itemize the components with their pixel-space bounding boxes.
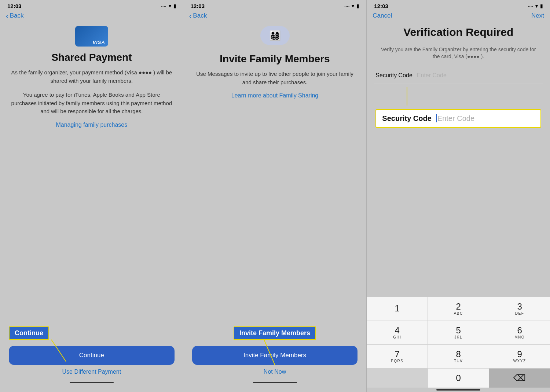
continue-highlight-label: Continue bbox=[9, 326, 49, 340]
status-icons-3: ···· ▾ ▮ bbox=[528, 3, 543, 9]
key-8[interactable]: 8 TUV bbox=[428, 345, 489, 368]
screen1-footer: Continue Use Different Payment bbox=[0, 342, 183, 392]
key-1[interactable]: 1 bbox=[367, 297, 428, 321]
status-bar-1: 12:03 ···· ▾ ▮ bbox=[0, 0, 183, 11]
status-time-2: 12:03 bbox=[191, 3, 205, 9]
svg-line-1 bbox=[264, 340, 275, 365]
verification-title: Verification Required bbox=[374, 26, 543, 39]
signal-icon-1: ···· bbox=[161, 3, 166, 9]
key-9-num: 9 bbox=[517, 350, 522, 359]
status-bar-3: 12:03 ···· ▾ ▮ bbox=[367, 0, 550, 11]
key-0-num: 0 bbox=[456, 374, 461, 382]
security-code-row-highlighted[interactable]: Security Code Enter Code bbox=[375, 109, 541, 128]
key-9-sub: WXYZ bbox=[513, 359, 526, 363]
security-code-placeholder-small: Enter Code bbox=[417, 72, 447, 79]
security-code-label-big: Security Code bbox=[382, 114, 431, 123]
battery-icon-3: ▮ bbox=[540, 3, 543, 9]
key-1-num: 1 bbox=[395, 304, 400, 313]
invite-arrow bbox=[264, 340, 286, 373]
key-6[interactable]: 6 MNO bbox=[489, 321, 550, 344]
screen3-main: Verification Required Verify you are the… bbox=[367, 22, 550, 297]
invite-family-desc: Use Messages to invite up to five other … bbox=[194, 70, 356, 86]
screen-shared-payment: 12:03 ···· ▾ ▮ ‹ Back VISA Shared Paymen… bbox=[0, 0, 183, 392]
svg-line-0 bbox=[51, 340, 66, 362]
battery-icon-2: ▮ bbox=[356, 3, 359, 9]
signal-icon-3: ···· bbox=[528, 3, 533, 9]
battery-icon-1: ▮ bbox=[173, 3, 176, 9]
home-indicator-2 bbox=[253, 382, 297, 383]
next-button[interactable]: Next bbox=[531, 12, 544, 19]
key-4-sub: GHI bbox=[393, 336, 401, 339]
visa-card-icon: VISA bbox=[75, 26, 108, 47]
key-8-sub: TUV bbox=[454, 359, 463, 363]
status-bar-2: 12:03 ···· ▾ ▮ bbox=[183, 0, 367, 11]
key-9[interactable]: 9 WXYZ bbox=[489, 345, 550, 368]
continue-arrow bbox=[29, 340, 88, 369]
wifi-icon-2: ▾ bbox=[352, 3, 354, 9]
family-sharing-link[interactable]: Learn more about Family Sharing bbox=[231, 92, 318, 99]
visa-text: VISA bbox=[92, 40, 105, 45]
back-button-2[interactable]: ‹ Back bbox=[189, 12, 207, 19]
family-people-glyph: 👨‍👩‍👧‍👦 bbox=[269, 30, 281, 41]
use-different-payment-link[interactable]: Use Different Payment bbox=[62, 369, 121, 375]
key-7[interactable]: 7 PQRS bbox=[367, 345, 428, 368]
key-6-num: 6 bbox=[517, 326, 522, 335]
screen-verification: 12:03 ···· ▾ ▮ Cancel Next Verification … bbox=[366, 0, 550, 392]
nav-bar-3: Cancel Next bbox=[367, 11, 550, 22]
back-label-1: Back bbox=[10, 12, 24, 19]
screen1-main: VISA Shared Payment As the family organi… bbox=[0, 22, 183, 326]
security-code-placeholder-big: Enter Code bbox=[437, 114, 474, 123]
status-time-1: 12:03 bbox=[7, 3, 21, 9]
family-sharing-icon: 👨‍👩‍👧‍👦 bbox=[260, 26, 290, 48]
wifi-icon-1: ▾ bbox=[169, 3, 171, 9]
screen2-main: 👨‍👩‍👧‍👦 Invite Family Members Use Messag… bbox=[183, 22, 367, 326]
key-2-sub: ABC bbox=[454, 312, 463, 315]
back-button-1[interactable]: ‹ Back bbox=[6, 12, 23, 19]
status-icons-1: ···· ▾ ▮ bbox=[161, 3, 176, 9]
key-backspace[interactable]: ⌫ bbox=[489, 369, 550, 388]
nav-bar-1: ‹ Back bbox=[0, 11, 183, 22]
security-code-label-small: Security Code bbox=[375, 72, 412, 79]
key-4-num: 4 bbox=[395, 326, 400, 335]
security-code-row-small: Security Code Enter Code bbox=[374, 68, 543, 84]
key-6-sub: MNO bbox=[514, 336, 525, 339]
key-7-num: 7 bbox=[395, 350, 400, 359]
security-arrow bbox=[396, 87, 418, 109]
cancel-button[interactable]: Cancel bbox=[373, 12, 392, 19]
invite-highlight-label: Invite Family Members bbox=[234, 326, 316, 340]
backspace-icon: ⌫ bbox=[513, 374, 526, 382]
status-time-3: 12:03 bbox=[374, 3, 388, 9]
key-0[interactable]: 0 bbox=[428, 369, 489, 388]
screen-invite-family: 12:03 ···· ▾ ▮ ‹ Back 👨‍👩‍👧‍👦 Invite Fam… bbox=[183, 0, 367, 392]
wifi-icon-3: ▾ bbox=[535, 3, 538, 9]
key-5[interactable]: 5 JKL bbox=[428, 321, 489, 344]
key-2-num: 2 bbox=[456, 302, 461, 311]
shared-payment-title: Shared Payment bbox=[51, 52, 132, 63]
key-4[interactable]: 4 GHI bbox=[367, 321, 428, 344]
key-7-sub: PQRS bbox=[391, 359, 403, 363]
home-indicator-3 bbox=[436, 389, 480, 391]
shared-payment-desc2: You agree to pay for iTunes, Apple Books… bbox=[11, 91, 172, 116]
chevron-left-icon-2: ‹ bbox=[189, 12, 192, 19]
nav-bar-2: ‹ Back bbox=[183, 11, 367, 22]
status-icons-2: ···· ▾ ▮ bbox=[344, 3, 359, 9]
key-3-sub: DEF bbox=[515, 312, 524, 315]
home-indicator-1 bbox=[70, 382, 114, 383]
number-keypad: 1 2 ABC 3 DEF 4 GHI 5 JKL 6 MNO 7 PQRS bbox=[367, 297, 550, 388]
invite-family-title: Invite Family Members bbox=[220, 53, 330, 65]
cancel-label: Cancel bbox=[373, 12, 392, 19]
key-5-sub: JKL bbox=[454, 336, 462, 339]
back-label-2: Back bbox=[193, 12, 207, 19]
chevron-left-icon-1: ‹ bbox=[6, 12, 8, 19]
key-5-num: 5 bbox=[456, 326, 461, 335]
verification-desc: Verify you are the Family Organizer by e… bbox=[374, 46, 543, 60]
key-2[interactable]: 2 ABC bbox=[428, 297, 489, 321]
key-3[interactable]: 3 DEF bbox=[489, 297, 550, 321]
key-8-num: 8 bbox=[456, 350, 461, 359]
key-empty bbox=[367, 369, 428, 388]
text-cursor bbox=[436, 114, 437, 122]
shared-payment-desc1: As the family organizer, your payment me… bbox=[11, 69, 172, 85]
signal-icon-2: ···· bbox=[344, 3, 349, 9]
key-3-num: 3 bbox=[517, 302, 522, 311]
managing-family-link[interactable]: Managing family purchases bbox=[56, 122, 127, 128]
